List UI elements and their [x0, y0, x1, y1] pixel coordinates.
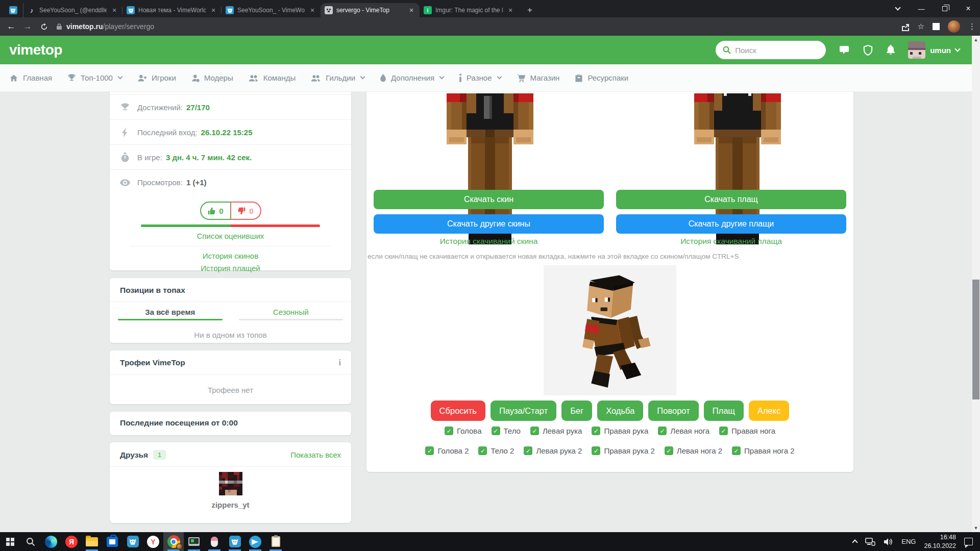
part-right-arm-2[interactable]: Правая рука 2 — [592, 446, 654, 455]
part-left-arm[interactable]: Левая рука — [530, 427, 582, 435]
forward-button[interactable]: → — [19, 19, 36, 34]
taskbar-notes[interactable] — [265, 532, 286, 551]
taskbar-yandex-browser[interactable]: Y — [143, 532, 163, 551]
walk-button[interactable]: Ходьба — [597, 400, 643, 421]
checkbox-checked-icon[interactable] — [478, 446, 487, 455]
nav-item-top1000[interactable]: Топ-1000 — [67, 73, 122, 82]
bookmark-star-icon[interactable]: ☆ — [918, 22, 924, 31]
nav-item-resourcepacks[interactable]: Ресурспаки — [575, 73, 628, 82]
tab-close-icon[interactable]: × — [110, 6, 118, 14]
taskbar-telegram[interactable] — [245, 532, 265, 551]
volume-icon[interactable] — [884, 538, 893, 546]
checkbox-checked-icon[interactable] — [719, 427, 728, 435]
skin-history-link[interactable]: История скинов — [110, 252, 351, 260]
part-head-2[interactable]: Голова 2 — [425, 446, 469, 455]
site-logo[interactable]: vimetop — [9, 42, 62, 58]
download-other-skins-button[interactable]: Скачать другие скины — [374, 214, 604, 234]
search-input[interactable] — [735, 46, 812, 55]
download-other-capes-button[interactable]: Скачать другие плащи — [616, 214, 846, 234]
checkbox-checked-icon[interactable] — [524, 446, 532, 455]
friend-item[interactable]: zippers_yt — [110, 467, 351, 509]
nav-item-addons[interactable]: Дополнения — [380, 73, 444, 82]
taskbar-chrome-active[interactable] — [163, 532, 184, 551]
hidden-icons-chevron[interactable] — [852, 539, 858, 545]
extension-icon[interactable] — [933, 23, 940, 30]
part-right-arm[interactable]: Правая рука — [592, 427, 648, 435]
back-button[interactable]: ← — [3, 19, 19, 34]
shield-icon[interactable] — [863, 44, 873, 56]
checkbox-checked-icon[interactable] — [492, 427, 500, 435]
reload-button[interactable] — [36, 19, 52, 34]
taskbar-file-explorer[interactable] — [82, 532, 102, 551]
tab-close-icon[interactable]: × — [506, 6, 514, 14]
tab-close-icon[interactable]: × — [407, 6, 415, 14]
nav-item-misc[interactable]: Разное — [459, 73, 501, 82]
checkbox-checked-icon[interactable] — [592, 427, 600, 435]
scrollbar-thumb[interactable] — [972, 280, 979, 399]
checkbox-checked-icon[interactable] — [445, 427, 453, 435]
tab-vimetop-active[interactable]: servergo - VimeTop × — [321, 3, 420, 17]
cape-history-link[interactable]: История плащей — [110, 264, 351, 272]
address-bar[interactable]: vimetop.ru/player/servergo — [56, 22, 154, 31]
download-cape-button[interactable]: Скачать плащ — [616, 190, 846, 209]
taskbar-edge[interactable] — [41, 532, 61, 551]
new-tab-button[interactable]: + — [523, 3, 537, 17]
checkbox-checked-icon[interactable] — [732, 446, 741, 455]
rotate-button[interactable]: Поворот — [648, 400, 698, 421]
alex-button[interactable]: Алекс — [749, 400, 789, 421]
nav-item-players[interactable]: Игроки — [137, 73, 176, 82]
messages-icon[interactable] — [838, 45, 850, 55]
browser-profile-avatar[interactable] — [948, 20, 960, 33]
page-scrollbar[interactable]: ▲ ▼ — [972, 36, 980, 532]
share-icon[interactable] — [901, 22, 910, 31]
part-left-leg-2[interactable]: Левая нога 2 — [665, 446, 722, 455]
part-left-leg[interactable]: Левая нога — [658, 427, 709, 435]
info-icon[interactable]: i — [339, 358, 341, 367]
taskbar-ms-store[interactable] — [102, 532, 122, 551]
minimize-button[interactable]: — — [910, 0, 933, 17]
clock[interactable]: 16:48 26.10.2022 — [924, 533, 956, 550]
taskbar-vimeworld[interactable] — [122, 532, 143, 551]
tab-tiktok[interactable]: ♪ SeeYouSoon_ (@enddllesslovee) × — [23, 3, 122, 17]
raters-list-link[interactable]: Список оценивших — [110, 232, 351, 240]
checkbox-checked-icon[interactable] — [658, 427, 667, 435]
taskbar-search-button[interactable] — [20, 532, 41, 551]
cape-button[interactable]: Плащ — [704, 400, 744, 421]
part-right-leg[interactable]: Правая нога — [719, 427, 775, 435]
start-button[interactable] — [0, 532, 20, 551]
menu-dots-icon[interactable]: ⋮ — [968, 22, 976, 31]
pause-start-button[interactable]: Пауза/Старт — [491, 400, 556, 421]
tab-vimeworld-forum-2[interactable]: SeeYouSoon_ - VimeWorld - Фор × — [222, 3, 321, 17]
taskbar-yandex[interactable]: Я — [61, 532, 82, 551]
tab-close-icon[interactable]: × — [308, 6, 316, 14]
network-icon[interactable] — [865, 538, 875, 546]
tab-seasonal[interactable]: Сезонный — [231, 302, 352, 320]
checkbox-checked-icon[interactable] — [592, 446, 600, 455]
taskbar-vimeworld-2[interactable] — [225, 532, 245, 551]
part-right-leg-2[interactable]: Правая нога 2 — [732, 446, 795, 455]
scroll-down-icon[interactable]: ▼ — [972, 524, 980, 532]
tab-search-chevron-icon[interactable] — [886, 0, 910, 17]
skin-3d-viewer[interactable] — [544, 265, 676, 395]
action-center-icon[interactable] — [964, 538, 973, 545]
tab-alltime[interactable]: За всё время — [110, 302, 231, 320]
site-search[interactable] — [716, 41, 826, 59]
reset-button[interactable]: Сбросить — [431, 400, 485, 421]
scroll-up-icon[interactable]: ▲ — [972, 36, 980, 44]
close-window-button[interactable]: × — [957, 0, 980, 17]
nav-item-moderators[interactable]: Модеры — [191, 73, 233, 82]
part-left-arm-2[interactable]: Левая рука 2 — [524, 446, 582, 455]
taskbar-system-monitor[interactable] — [184, 532, 204, 551]
nav-item-shop[interactable]: Магазин — [517, 73, 560, 82]
cape-downloads-history-link[interactable]: История скачиваний плаща — [616, 237, 846, 246]
tab-vimeworld-forum-1[interactable]: Новая тема - VimeWorld - Фору × — [122, 3, 222, 17]
dislike-button[interactable]: 0 — [231, 202, 261, 220]
show-all-friends-link[interactable]: Показать всех — [290, 450, 341, 459]
restore-button[interactable] — [933, 0, 957, 17]
checkbox-checked-icon[interactable] — [665, 446, 673, 455]
part-body[interactable]: Тело — [492, 427, 521, 435]
tab-imgur[interactable]: i Imgur: The magic of the Internet × — [420, 3, 519, 17]
part-body-2[interactable]: Тело 2 — [478, 446, 514, 455]
checkbox-checked-icon[interactable] — [530, 427, 539, 435]
part-head[interactable]: Голова — [445, 427, 482, 435]
